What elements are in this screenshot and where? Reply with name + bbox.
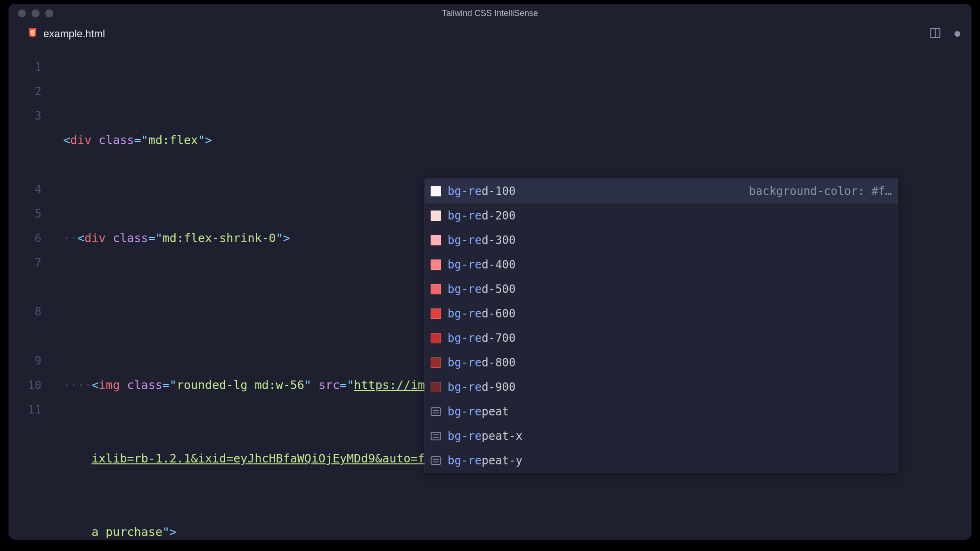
editor-window: Tailwind CSS IntelliSense example.html: [8, 4, 972, 540]
intellisense-item[interactable]: bg-red-500: [425, 277, 898, 301]
intellisense-item-label: bg-repeat-y: [448, 454, 523, 467]
intellisense-item-label: bg-repeat-x: [448, 429, 523, 443]
line-number: 8: [8, 300, 41, 348]
traffic-lights: [8, 9, 53, 17]
intellisense-item-label: bg-red-100: [448, 185, 516, 198]
constant-kind-icon: [431, 455, 441, 466]
close-window-button[interactable]: [18, 9, 26, 17]
intellisense-item[interactable]: bg-red-800: [425, 350, 898, 375]
html-file-icon: [27, 27, 38, 41]
intellisense-item-label: bg-repeat: [448, 405, 509, 418]
tab-example-html[interactable]: example.html: [27, 27, 105, 41]
line-number: 1: [8, 55, 41, 79]
intellisense-item[interactable]: bg-repeat: [425, 399, 898, 424]
intellisense-item[interactable]: bg-red-400: [425, 252, 898, 277]
maximize-window-button[interactable]: [45, 9, 53, 17]
line-number-gutter: 1 2 3 4 5 6 7 8 9 10 11: [8, 45, 63, 540]
split-editor-icon[interactable]: [929, 27, 941, 41]
intellisense-item[interactable]: bg-red-200: [425, 203, 898, 228]
line-number: 5: [8, 202, 41, 226]
tab-filename: example.html: [43, 28, 105, 40]
tabbar: example.html: [8, 23, 972, 45]
line-number: 6: [8, 226, 41, 251]
minimize-window-button[interactable]: [32, 9, 40, 17]
intellisense-item-label: bg-red-200: [448, 209, 516, 222]
line-number: 3: [8, 104, 41, 177]
color-swatch-icon: [431, 308, 441, 319]
color-swatch-icon: [431, 382, 441, 392]
intellisense-item-label: bg-red-800: [448, 356, 516, 369]
line-number: 7: [8, 251, 41, 300]
svg-rect-8: [431, 457, 441, 464]
tab-modified-indicator-icon: [955, 31, 960, 37]
intellisense-item[interactable]: bg-red-700: [425, 326, 898, 350]
line-number: 2: [8, 79, 41, 104]
intellisense-popup[interactable]: bg-red-100background-color: #f…bg-red-20…: [425, 178, 898, 473]
color-swatch-icon: [431, 211, 441, 221]
color-swatch-icon: [431, 333, 441, 343]
intellisense-item[interactable]: bg-red-900: [425, 375, 898, 399]
intellisense-item-label: bg-red-600: [448, 307, 516, 320]
constant-kind-icon: [431, 406, 441, 417]
line-number: 9: [8, 348, 41, 373]
intellisense-item-detail: background-color: #f…: [749, 185, 892, 198]
color-swatch-icon: [431, 186, 441, 196]
intellisense-item-label: bg-red-900: [448, 381, 516, 394]
svg-rect-5: [431, 432, 441, 440]
intellisense-item-label: bg-red-400: [448, 258, 516, 271]
intellisense-item-label: bg-red-300: [448, 234, 516, 247]
line-number: 11: [8, 397, 41, 422]
svg-rect-2: [431, 408, 441, 415]
color-swatch-icon: [431, 235, 441, 245]
constant-kind-icon: [431, 431, 441, 441]
line-number: 10: [8, 373, 41, 397]
intellisense-item-label: bg-red-500: [448, 283, 516, 296]
titlebar: Tailwind CSS IntelliSense: [8, 4, 972, 23]
color-swatch-icon: [431, 284, 441, 294]
window-title: Tailwind CSS IntelliSense: [8, 8, 972, 18]
intellisense-item[interactable]: bg-repeat-x: [425, 424, 898, 448]
color-swatch-icon: [431, 357, 441, 368]
intellisense-item[interactable]: bg-repeat-y: [425, 448, 898, 473]
line-number: 4: [8, 177, 41, 202]
intellisense-item[interactable]: bg-red-600: [425, 301, 898, 326]
intellisense-item-label: bg-red-700: [448, 332, 516, 345]
color-swatch-icon: [431, 259, 441, 270]
intellisense-item[interactable]: bg-red-300: [425, 228, 898, 252]
code-line[interactable]: <div class="md:flex">: [63, 128, 972, 153]
intellisense-item[interactable]: bg-red-100background-color: #f…: [425, 179, 898, 203]
